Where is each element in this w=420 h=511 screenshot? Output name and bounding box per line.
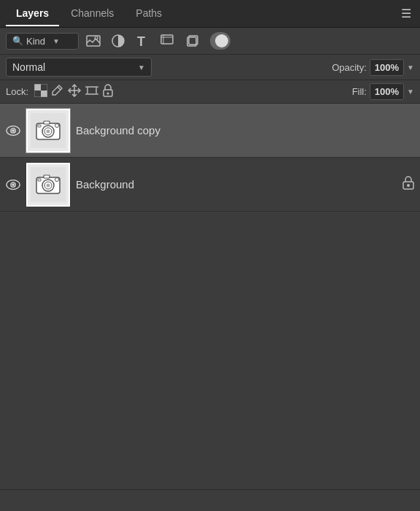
opacity-value[interactable]: 100% bbox=[370, 59, 404, 76]
svg-rect-41 bbox=[44, 175, 50, 178]
svg-rect-30 bbox=[44, 121, 50, 124]
opacity-group: Opacity: 100% ▼ bbox=[332, 59, 414, 76]
tab-paths[interactable]: Paths bbox=[125, 1, 172, 26]
lock-icons bbox=[34, 84, 113, 100]
panel-menu-icon[interactable]: ☰ bbox=[398, 4, 414, 23]
layer-name-background: Background bbox=[76, 178, 397, 191]
layers-list: Background copy bbox=[0, 103, 420, 489]
adjustment-filter-icon[interactable] bbox=[108, 32, 128, 50]
filter-row: 🔍 Kind ▼ T bbox=[0, 28, 420, 54]
kind-label: Kind bbox=[26, 36, 45, 47]
opacity-label: Opacity: bbox=[332, 62, 367, 73]
layer-item-background[interactable]: Background bbox=[0, 158, 420, 212]
shape-filter-icon[interactable] bbox=[158, 32, 178, 50]
bottom-bar bbox=[0, 489, 420, 511]
svg-point-35 bbox=[12, 183, 15, 186]
svg-rect-4 bbox=[161, 35, 173, 44]
layer-item-background-copy[interactable]: Background copy bbox=[0, 104, 420, 158]
fill-group: Fill: 100% ▼ bbox=[352, 83, 414, 100]
kind-dropdown-arrow: ▼ bbox=[52, 37, 60, 45]
tab-layers[interactable]: Layers bbox=[6, 1, 59, 26]
layers-panel: Layers Channels Paths ☰ 🔍 Kind ▼ bbox=[0, 0, 420, 511]
blend-mode-label: Normal bbox=[12, 61, 45, 73]
lock-all-icon[interactable] bbox=[103, 84, 113, 100]
layer-thumb-background-copy bbox=[26, 109, 70, 153]
svg-line-12 bbox=[58, 87, 61, 90]
svg-point-40 bbox=[47, 183, 50, 187]
lock-artboard-icon[interactable] bbox=[85, 85, 98, 99]
fill-value[interactable]: 100% bbox=[370, 83, 404, 100]
image-filter-icon[interactable] bbox=[83, 32, 104, 50]
svg-rect-32 bbox=[38, 125, 41, 127]
layer-locked-icon bbox=[402, 175, 414, 193]
svg-point-21 bbox=[107, 92, 109, 94]
lock-row: Lock: bbox=[0, 80, 420, 103]
svg-text:T: T bbox=[137, 34, 145, 47]
fill-label: Fill: bbox=[352, 86, 367, 97]
blend-row: Normal ▼ Opacity: 100% ▼ bbox=[0, 54, 420, 80]
tab-channels[interactable]: Channels bbox=[61, 1, 124, 26]
lock-transparency-icon[interactable] bbox=[34, 84, 47, 100]
search-icon: 🔍 bbox=[12, 36, 23, 46]
layer-thumb-background bbox=[26, 163, 70, 207]
svg-rect-43 bbox=[38, 179, 41, 181]
smartobject-filter-icon[interactable] bbox=[182, 32, 203, 50]
lock-image-icon[interactable] bbox=[52, 84, 63, 100]
svg-point-1 bbox=[95, 36, 98, 39]
type-filter-icon[interactable]: T bbox=[133, 32, 153, 50]
svg-rect-15 bbox=[88, 87, 96, 94]
blend-mode-arrow: ▼ bbox=[138, 64, 145, 72]
blend-mode-select[interactable]: Normal ▼ bbox=[6, 58, 152, 77]
filter-toggle[interactable] bbox=[210, 32, 230, 50]
svg-point-42 bbox=[55, 177, 59, 181]
fill-dropdown-arrow[interactable]: ▼ bbox=[407, 88, 414, 96]
layer-name-background-copy: Background copy bbox=[76, 124, 414, 137]
opacity-dropdown-arrow[interactable]: ▼ bbox=[407, 64, 414, 72]
visibility-icon-layer1[interactable] bbox=[6, 123, 20, 138]
svg-rect-9 bbox=[34, 84, 41, 91]
svg-point-29 bbox=[47, 129, 50, 133]
lock-position-icon[interactable] bbox=[68, 84, 81, 100]
visibility-icon-layer2[interactable] bbox=[6, 177, 20, 192]
kind-select[interactable]: 🔍 Kind ▼ bbox=[6, 33, 79, 50]
svg-point-31 bbox=[55, 123, 59, 127]
svg-point-45 bbox=[407, 184, 410, 187]
tab-bar: Layers Channels Paths ☰ bbox=[0, 0, 420, 28]
svg-rect-10 bbox=[41, 91, 47, 97]
lock-label: Lock: bbox=[6, 86, 28, 97]
svg-point-24 bbox=[12, 129, 15, 132]
